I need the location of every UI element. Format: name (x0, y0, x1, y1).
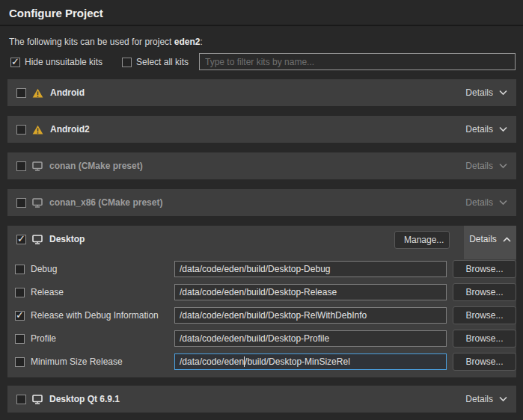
kit-row-android[interactable]: Android Details (7, 79, 516, 106)
details-label: Details (469, 234, 497, 244)
build-dir-input[interactable] (174, 330, 447, 347)
desktop-icon (32, 395, 43, 404)
build-dir-input[interactable] (174, 284, 447, 300)
kit-checkbox[interactable] (16, 198, 26, 208)
description-suffix: : (200, 37, 202, 47)
build-config-row-relwithdebinfo: Release with Debug Information Browse... (7, 306, 516, 324)
build-config-row-minsizerel: Minimum Size Release /data/code/eden/bui… (7, 353, 516, 371)
browse-button[interactable]: Browse... (453, 330, 516, 348)
build-config-row-release: Release Browse... (7, 283, 516, 301)
chevron-down-icon (499, 200, 507, 206)
build-dir-input-focused[interactable]: /data/code/eden/build/Desktop-MinSizeRel (174, 353, 447, 370)
kit-name: Desktop (49, 234, 85, 244)
kit-checkbox[interactable] (16, 235, 26, 244)
hide-unsuitable-kits-checkbox[interactable]: Hide unsuitable kits (10, 57, 103, 67)
checkbox-icon[interactable] (122, 58, 132, 67)
details-label: Details (465, 87, 493, 98)
select-all-kits-label: Select all kits (136, 57, 189, 67)
build-config-checkbox[interactable] (15, 311, 25, 321)
build-config-checkbox[interactable] (15, 288, 25, 297)
kit-name: conan (CMake preset) (49, 161, 143, 171)
build-config-label: Minimum Size Release (31, 356, 123, 367)
details-toggle[interactable]: Details (465, 124, 507, 135)
kit-name: Desktop Qt 6.9.1 (49, 394, 120, 404)
page-title: Configure Project (9, 7, 103, 19)
kit-name: Android (50, 87, 85, 98)
description-prefix: The following kits can be used for proje… (9, 37, 174, 47)
desktop-icon (32, 161, 43, 171)
build-config-row-profile: Profile Browse... (7, 330, 516, 348)
chevron-down-icon (499, 163, 507, 169)
path-text-after-caret: /build/Desktop-MinSizeRel (245, 356, 350, 367)
browse-button[interactable]: Browse... (453, 260, 516, 278)
build-config-checkbox[interactable] (15, 334, 25, 344)
build-config-label: Release with Debug Information (31, 310, 159, 321)
kit-row-conan-x86[interactable]: conan_x86 (CMake preset) Details (7, 189, 516, 216)
kit-row-conan[interactable]: conan (CMake preset) Details (7, 152, 516, 179)
kit-filter-input[interactable] (199, 53, 516, 70)
filter-bar: Hide unsuitable kits Select all kits (10, 54, 204, 70)
title-separator (0, 25, 523, 26)
details-toggle[interactable]: Details (465, 161, 507, 171)
kit-row-desktop-qt-691[interactable]: Desktop Qt 6.9.1 Details (7, 386, 516, 413)
hide-unsuitable-kits-label: Hide unsuitable kits (25, 57, 103, 67)
path-text-before-caret: /data/code/eden (180, 356, 244, 367)
build-config-row-debug: Debug Browse... (7, 260, 516, 278)
chevron-down-icon (499, 126, 507, 132)
kits-description: The following kits can be used for proje… (9, 37, 203, 47)
browse-button[interactable]: Browse... (453, 306, 516, 324)
browse-button[interactable]: Browse... (453, 283, 516, 301)
details-toggle[interactable]: Details (465, 394, 507, 404)
desktop-icon (32, 198, 43, 208)
chevron-down-icon (499, 90, 507, 96)
kit-row-android2[interactable]: Android2 Details (7, 116, 516, 143)
build-config-label: Profile (31, 333, 56, 344)
build-config-label: Release (31, 287, 64, 297)
build-dir-input[interactable] (174, 307, 447, 324)
kit-checkbox[interactable] (16, 395, 26, 404)
details-button[interactable]: Details (469, 234, 511, 259)
details-label: Details (465, 161, 493, 171)
details-label: Details (465, 124, 493, 135)
details-label: Details (465, 394, 493, 404)
browse-button[interactable]: Browse... (453, 353, 516, 371)
warning-icon (32, 125, 43, 135)
project-name: eden2 (174, 37, 201, 47)
build-config-checkbox[interactable] (15, 265, 25, 274)
kit-name: conan_x86 (CMake preset) (49, 197, 162, 208)
select-all-kits-checkbox[interactable]: Select all kits (122, 57, 189, 67)
kit-section-desktop: Desktop Manage... Details Debug Browse..… (7, 226, 516, 377)
build-config-checkbox[interactable] (15, 357, 25, 367)
build-config-label: Debug (31, 264, 57, 274)
build-dir-input[interactable] (174, 261, 447, 277)
chevron-down-icon (499, 396, 507, 402)
chevron-up-icon (503, 237, 511, 243)
details-label: Details (465, 197, 493, 208)
warning-icon (32, 88, 43, 98)
details-toggle-expanded[interactable]: Details (464, 226, 516, 259)
kit-name: Android2 (50, 124, 90, 135)
manage-kits-button[interactable]: Manage... (394, 231, 450, 249)
details-toggle[interactable]: Details (465, 87, 507, 98)
kit-checkbox[interactable] (16, 161, 26, 171)
kit-checkbox[interactable] (16, 88, 26, 98)
kit-checkbox[interactable] (16, 125, 26, 135)
checkbox-icon[interactable] (10, 58, 20, 67)
desktop-icon (32, 235, 43, 244)
details-toggle[interactable]: Details (465, 197, 507, 208)
